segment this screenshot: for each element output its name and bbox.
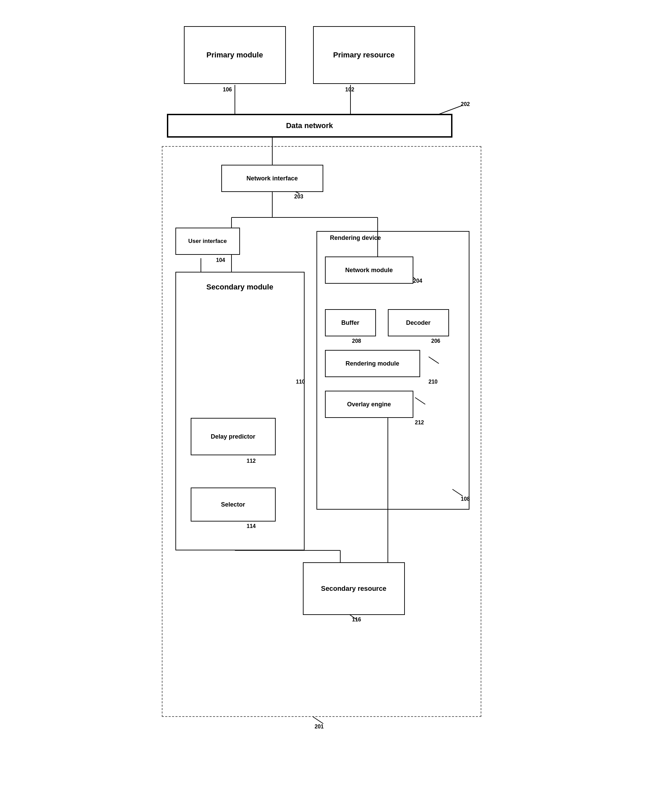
rendering-device-ref: 108 (461, 496, 470, 502)
rendering-module-box: Rendering module (325, 350, 420, 377)
data-network-box: Data network (167, 114, 453, 137)
selector-ref: 114 (247, 523, 256, 529)
overlay-engine-box: Overlay engine (325, 391, 413, 418)
network-interface-ref: 203 (294, 194, 304, 200)
network-module-box: Network module (325, 256, 413, 284)
rendering-device-label: Rendering device (330, 234, 381, 241)
network-module-ref: 204 (413, 278, 422, 284)
secondary-resource-ref: 116 (352, 617, 361, 623)
primary-module-box: Primary module (184, 26, 286, 84)
secondary-resource-box: Secondary resource (303, 562, 405, 615)
buffer-box: Buffer (325, 309, 376, 336)
decoder-ref: 206 (431, 338, 440, 344)
decoder-box: Decoder (388, 309, 449, 336)
svg-line-30 (313, 717, 323, 723)
primary-resource-ref: 102 (346, 87, 355, 93)
buffer-ref: 208 (352, 338, 361, 344)
rendering-module-ref: 210 (429, 379, 438, 385)
overlay-engine-ref: 212 (415, 420, 424, 426)
primary-module-ref: 106 (223, 87, 232, 93)
network-interface-box: Network interface (221, 165, 323, 192)
data-network-ref: 202 (461, 101, 470, 107)
user-interface-ref: 104 (216, 257, 225, 263)
delay-predictor-box: Delay predictor (191, 418, 276, 455)
secondary-module-ref: 110 (296, 379, 305, 385)
user-interface-box: User interface (176, 227, 240, 255)
primary-resource-box: Primary resource (313, 26, 415, 84)
client-device-ref: 201 (315, 723, 324, 730)
selector-box: Selector (191, 488, 276, 522)
delay-predictor-ref: 112 (247, 458, 256, 464)
